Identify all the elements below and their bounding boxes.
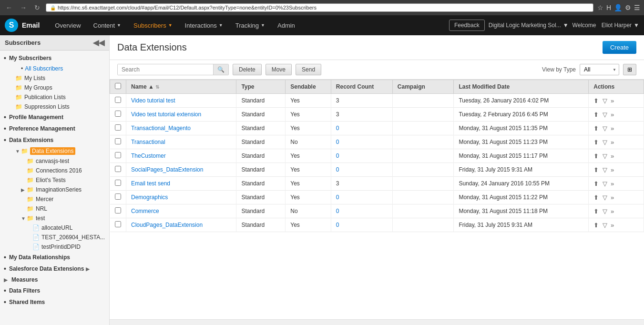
send-button[interactable]: Send <box>296 64 321 75</box>
th-name[interactable]: Name ▲ <box>126 80 236 94</box>
row-name-link[interactable]: Commerce <box>131 208 159 214</box>
create-button[interactable]: Create <box>603 41 636 54</box>
action-send-icon[interactable]: ⬆ <box>593 139 599 146</box>
sidebar-item-shared-items[interactable]: • Shared Items <box>0 296 109 308</box>
row-name-link[interactable]: TheCustomer <box>131 152 166 159</box>
sidebar-item-measures[interactable]: ▶ Measures <box>0 274 109 285</box>
record-count-link[interactable]: 0 <box>336 125 339 132</box>
action-more-icon[interactable]: » <box>611 97 614 104</box>
record-count-link[interactable]: 0 <box>336 152 339 159</box>
row-name-link[interactable]: Demographics <box>131 194 168 201</box>
action-send-icon[interactable]: ⬆ <box>593 180 599 187</box>
view-grid-button[interactable]: ⊞ <box>623 64 636 75</box>
sidebar-item-all-subscribers[interactable]: • All Subscribers <box>0 64 109 73</box>
row-name-link[interactable]: Video tutorial test <box>131 97 175 104</box>
sidebar-item-nrl[interactable]: 📁 NRL <box>0 204 109 213</box>
row-checkbox[interactable] <box>115 193 121 200</box>
row-checkbox[interactable] <box>115 138 121 144</box>
action-more-icon[interactable]: » <box>611 208 614 215</box>
action-filter-icon[interactable]: ▽ <box>603 125 607 132</box>
sidebar-item-publication-lists[interactable]: 📁 Publication Lists <box>0 92 109 102</box>
row-name-link[interactable]: CloudPages_DataExtension <box>131 222 203 228</box>
row-checkbox[interactable] <box>115 180 121 186</box>
action-more-icon[interactable]: » <box>611 166 614 173</box>
action-filter-icon[interactable]: ▽ <box>603 166 607 173</box>
sidebar-item-my-groups[interactable]: 📁 My Groups <box>0 83 109 92</box>
delete-button[interactable]: Delete <box>233 64 262 75</box>
row-checkbox[interactable] <box>115 111 121 117</box>
row-name-link[interactable]: Email test send <box>131 180 170 187</box>
sidebar-item-my-data-relationships[interactable]: • My Data Relationships <box>0 252 109 263</box>
record-count-link[interactable]: 0 <box>336 222 339 228</box>
action-send-icon[interactable]: ⬆ <box>593 97 599 104</box>
feedback-button[interactable]: Feedback <box>449 20 485 31</box>
row-name-link[interactable]: SocialPages_DataExtension <box>131 166 203 173</box>
extensions-icon[interactable]: H <box>606 4 611 11</box>
sidebar-item-data-filters[interactable]: • Data Filters <box>0 285 109 296</box>
view-type-select[interactable]: All Standard Filtered Random <box>580 64 619 75</box>
action-filter-icon[interactable]: ▽ <box>603 180 607 187</box>
action-filter-icon[interactable]: ▽ <box>603 208 607 215</box>
row-checkbox[interactable] <box>115 207 121 213</box>
sidebar-item-data-extensions-folder[interactable]: ▼ 📁 Data Extensions <box>0 146 109 156</box>
search-button[interactable]: 🔍 <box>213 64 228 75</box>
sidebar-item-test-folder[interactable]: ▼ 📁 test <box>0 213 109 223</box>
sidebar-item-my-lists[interactable]: 📁 My Lists <box>0 73 109 83</box>
action-send-icon[interactable]: ⬆ <box>593 222 599 229</box>
sidebar-item-preference-management[interactable]: • Preference Management <box>0 123 109 134</box>
action-filter-icon[interactable]: ▽ <box>603 152 607 160</box>
move-button[interactable]: Move <box>266 64 292 75</box>
sidebar-item-profile-management[interactable]: • Profile Management <box>0 112 109 123</box>
row-checkbox[interactable] <box>115 124 121 131</box>
sidebar-item-mercer[interactable]: 📁 Mercer <box>0 194 109 204</box>
org-selector[interactable]: Digital Logic Marketing Sol... ▼ <box>489 22 569 29</box>
nav-item-tracking[interactable]: Tracking ▼ <box>230 18 271 33</box>
user-welcome[interactable]: Welcome Eliot Harper ▼ <box>572 22 639 29</box>
action-filter-icon[interactable]: ▽ <box>603 111 607 118</box>
action-send-icon[interactable]: ⬆ <box>593 152 599 160</box>
sidebar-item-connections-2016[interactable]: 📁 Connections 2016 <box>0 166 109 175</box>
sidebar-item-suppression-lists[interactable]: 📁 Suppression Lists <box>0 102 109 112</box>
sidebar-item-allocate-url[interactable]: 📄 allocateURL <box>0 223 109 233</box>
action-filter-icon[interactable]: ▽ <box>603 194 607 201</box>
action-send-icon[interactable]: ⬆ <box>593 111 599 118</box>
nav-item-subscribers[interactable]: Subscribers ▼ <box>128 18 178 33</box>
nav-item-overview[interactable]: Overview <box>49 18 86 33</box>
bookmark-icon[interactable]: ☆ <box>597 4 603 11</box>
record-count-link[interactable]: 0 <box>336 194 339 201</box>
nav-item-admin[interactable]: Admin <box>272 18 301 33</box>
sidebar-item-test-printid[interactable]: 📄 testPrintidDPID <box>0 242 109 252</box>
action-filter-icon[interactable]: ▽ <box>603 97 607 104</box>
action-more-icon[interactable]: » <box>611 111 614 118</box>
sidebar-collapse-button[interactable]: ◀◀ <box>93 38 104 47</box>
action-more-icon[interactable]: » <box>611 139 614 146</box>
sidebar-item-imagination-series[interactable]: ▶ 📁 ImaginationSeries <box>0 185 109 194</box>
row-name-link[interactable]: Transactional_Magento <box>131 125 191 132</box>
record-count-link[interactable]: 0 <box>336 139 339 145</box>
action-send-icon[interactable]: ⬆ <box>593 208 599 215</box>
row-checkbox[interactable] <box>115 97 121 103</box>
action-more-icon[interactable]: » <box>611 180 614 187</box>
sidebar-item-my-subscribers[interactable]: • My Subscribers <box>0 52 109 64</box>
sidebar-item-eliots-tests[interactable]: 📁 Eliot's Tests <box>0 175 109 185</box>
nav-item-interactions[interactable]: Interactions ▼ <box>179 18 229 33</box>
action-more-icon[interactable]: » <box>611 152 614 160</box>
url-bar[interactable]: 🔒 https://mc.s6.exacttarget.com/cloud/#a… <box>46 3 593 12</box>
row-checkbox[interactable] <box>115 221 121 227</box>
row-checkbox[interactable] <box>115 152 121 158</box>
sidebar-item-data-extensions[interactable]: • Data Extensions <box>0 134 109 146</box>
record-count-link[interactable]: 0 <box>336 166 339 173</box>
record-count-link[interactable]: 0 <box>336 208 339 214</box>
profile-icon[interactable]: 👤 <box>614 4 622 11</box>
action-send-icon[interactable]: ⬆ <box>593 166 599 173</box>
nav-item-content[interactable]: Content ▼ <box>88 18 127 33</box>
row-checkbox[interactable] <box>115 166 121 172</box>
action-filter-icon[interactable]: ▽ <box>603 139 607 146</box>
action-filter-icon[interactable]: ▽ <box>603 222 607 229</box>
select-all-checkbox[interactable] <box>115 83 121 89</box>
refresh-button[interactable]: ↻ <box>32 3 42 12</box>
search-input[interactable] <box>118 64 213 75</box>
sidebar-item-canvasjs-test[interactable]: 📁 canvasjs-test <box>0 156 109 166</box>
settings-icon[interactable]: ⚙ <box>625 4 631 11</box>
forward-button[interactable]: → <box>18 3 29 12</box>
